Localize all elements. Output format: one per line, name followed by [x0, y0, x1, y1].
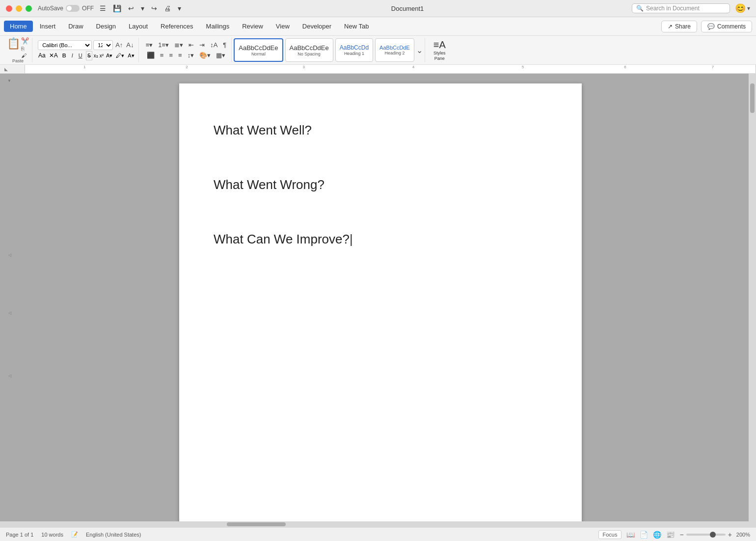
share-button[interactable]: ↗ Share	[661, 21, 697, 32]
list-section: ≡▾ 1≡▾ ≣▾ ⇤ ⇥ ↕A ¶ ⬛️ ≡ ≡ ≡ ↕▾ 🎨▾ ▦▾	[141, 38, 232, 62]
style-heading1[interactable]: AaBbCcDd Heading 1	[335, 38, 373, 62]
font-size-decrease-icon[interactable]: A↓	[125, 41, 135, 49]
page-scroll-area[interactable]: What Went Well? What Went Wrong? What Ca…	[12, 74, 749, 521]
horizontal-scrollbar[interactable]	[0, 521, 756, 527]
menu-item-view[interactable]: View	[270, 21, 296, 32]
borders-icon[interactable]: ▦▾	[214, 51, 227, 60]
immersive-reader-icon[interactable]: 📰	[666, 531, 675, 539]
web-layout-icon[interactable]: 🌐	[653, 531, 661, 539]
superscript-button[interactable]: x²	[100, 53, 104, 58]
paste-icon: 📋	[7, 37, 20, 50]
align-right-icon[interactable]: ≡	[167, 51, 175, 60]
style-normal-preview: AaBbCcDdEe	[239, 44, 278, 52]
menu-right: ↗ Share 💬 Comments	[661, 21, 752, 32]
menu-item-draw[interactable]: Draw	[62, 21, 89, 32]
style-heading1-preview: AaBbCcDd	[340, 44, 369, 51]
italic-button[interactable]: I	[70, 52, 75, 59]
copy-icon[interactable]: ⎘	[21, 46, 29, 52]
window-controls	[6, 5, 32, 12]
focus-button[interactable]: Focus	[598, 530, 622, 539]
search-bar[interactable]: 🔍 Search in Document	[632, 3, 730, 13]
menu-item-review[interactable]: Review	[236, 21, 269, 32]
read-mode-icon[interactable]: 📖	[626, 531, 635, 539]
vertical-scrollbar[interactable]	[749, 74, 756, 521]
highlight-color-icon[interactable]: 🖊▾	[115, 52, 125, 60]
style-normal[interactable]: AaBbCcDdEe Normal	[234, 38, 283, 62]
text-color-icon[interactable]: A▾	[127, 52, 135, 60]
menu-item-insert[interactable]: Insert	[34, 21, 62, 32]
style-no-spacing[interactable]: AaBbCcDdEe No Spacing	[285, 38, 333, 62]
comments-button[interactable]: 💬 Comments	[701, 21, 752, 32]
font-size-increase-icon[interactable]: A↑	[114, 41, 124, 49]
close-button[interactable]	[6, 5, 12, 12]
align-left-icon[interactable]: ⬛️	[145, 51, 157, 60]
format-painter-icon[interactable]: 🖌	[21, 53, 29, 58]
styles-scroll-icon[interactable]: ⌄	[416, 46, 423, 55]
h-scrollbar-thumb[interactable]	[227, 522, 286, 526]
style-heading2[interactable]: AaBbCcDdE Heading 2	[375, 38, 414, 62]
heading-1[interactable]: What Went Well?	[214, 123, 547, 138]
sort-icon[interactable]: ↕A	[208, 40, 219, 50]
zoom-slider[interactable]	[686, 534, 726, 536]
ruler-corner: ◣	[4, 67, 8, 72]
bold-button[interactable]: B	[60, 52, 68, 59]
autosave-toggle[interactable]	[66, 5, 80, 12]
language: English (United States)	[86, 532, 141, 538]
print-layout-icon[interactable]: 📄	[640, 531, 648, 539]
print-icon[interactable]: 🖨	[162, 3, 173, 13]
menu-item-developer[interactable]: Developer	[297, 21, 337, 32]
autosave-label: AutoSave	[38, 5, 63, 12]
scrollbar-thumb[interactable]	[750, 83, 755, 113]
strikethrough-button[interactable]: S̶	[86, 51, 92, 60]
menu-item-layout[interactable]: Layout	[123, 21, 154, 32]
paste-button[interactable]: 📋	[7, 37, 20, 50]
justify-icon[interactable]: ≡	[176, 51, 184, 60]
menu-item-newtab[interactable]: New Tab	[338, 21, 375, 32]
unordered-list-icon[interactable]: ≡▾	[144, 40, 155, 50]
ordered-list-icon[interactable]: 1≡▾	[156, 40, 171, 50]
font-name-select[interactable]: Calibri (Bo...	[38, 40, 92, 50]
styles-pane-button[interactable]: ≡A StylesPane	[425, 38, 451, 62]
line-spacing-icon[interactable]: ↕▾	[186, 51, 196, 60]
proofread-icon[interactable]: 📝	[71, 531, 78, 538]
zoom-minus-icon[interactable]: −	[679, 531, 683, 539]
status-right: Focus 📖 📄 🌐 📰 − + 200%	[598, 530, 750, 539]
list-row-1: ≡▾ 1≡▾ ≣▾ ⇤ ⇥ ↕A ¶	[144, 40, 229, 50]
left-margin: ▼ ◁ ◁ ◁	[0, 74, 12, 521]
font-row-1: Calibri (Bo... 12 A↑ A↓	[38, 40, 135, 50]
paragraph-mark-icon[interactable]: ¶	[221, 40, 228, 50]
paste-section: 📋 ✂️ ⎘ 🖌 Paste	[4, 38, 32, 62]
undo-icon[interactable]: ↩	[126, 3, 136, 13]
font-size-select[interactable]: 12	[93, 40, 113, 50]
styles-pane-icon: ≡A	[433, 39, 446, 51]
undo-dropdown-icon[interactable]: ▾	[139, 3, 146, 13]
font-color-icon[interactable]: A▾	[105, 52, 113, 60]
save-icon[interactable]: 💾	[111, 3, 123, 13]
clear-format-icon[interactable]: ✕A	[48, 51, 59, 60]
cut-icon[interactable]: ✂️	[21, 37, 29, 45]
subscript-button[interactable]: x₂	[94, 53, 98, 58]
zoom-knob[interactable]	[710, 532, 716, 538]
indent-increase-icon[interactable]: ⇥	[197, 40, 207, 50]
menu-item-mailings[interactable]: Mailings	[200, 21, 236, 32]
redo-icon[interactable]: ↪	[149, 3, 159, 13]
multilevel-list-icon[interactable]: ≣▾	[172, 40, 185, 50]
align-center-icon[interactable]: ≡	[158, 51, 166, 60]
user-icon[interactable]: 😊	[735, 3, 746, 14]
menu-item-references[interactable]: References	[155, 21, 199, 32]
ruler: ◣ 1 2 3 4 5 6 7	[0, 65, 756, 74]
shading-icon[interactable]: 🎨▾	[197, 51, 213, 60]
maximize-button[interactable]	[26, 5, 32, 12]
font-case-icon[interactable]: Aa	[37, 51, 47, 60]
menu-item-home[interactable]: Home	[4, 21, 33, 32]
heading-3[interactable]: What Can We Improve?	[214, 232, 547, 247]
heading-2[interactable]: What Went Wrong?	[214, 177, 547, 192]
zoom-plus-icon[interactable]: +	[728, 531, 732, 539]
user-dropdown-icon[interactable]: ▾	[747, 5, 750, 12]
indent-decrease-icon[interactable]: ⇤	[187, 40, 196, 50]
sidebar-toggle-icon[interactable]: ☰	[98, 3, 108, 13]
minimize-button[interactable]	[16, 5, 22, 12]
menu-item-design[interactable]: Design	[90, 21, 122, 32]
customize-icon[interactable]: ▾	[176, 3, 183, 13]
underline-button[interactable]: U	[77, 52, 84, 59]
